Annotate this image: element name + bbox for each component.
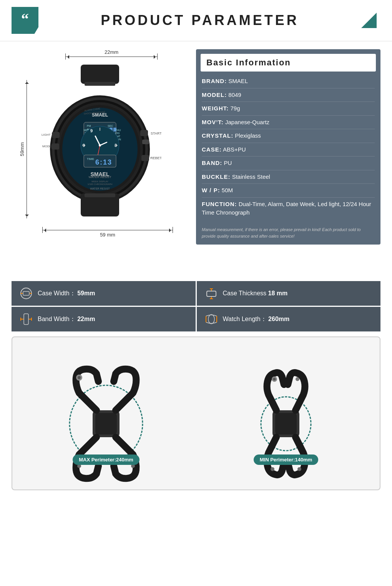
horizontal-line bbox=[65, 57, 158, 57]
case-thickness-cell: Case Thickness 18 mm bbox=[197, 281, 381, 306]
band-width-icon bbox=[19, 312, 33, 326]
min-band-item: MIN Perimeter:140mm bbox=[244, 362, 328, 465]
main-content: 22mm 59mm bbox=[0, 42, 392, 280]
corner-decoration bbox=[361, 13, 377, 28]
band-width-text: Band Width： 22mm bbox=[38, 315, 95, 323]
svg-point-80 bbox=[78, 376, 81, 379]
svg-point-46 bbox=[99, 144, 101, 146]
width-label: 22mm bbox=[105, 49, 118, 55]
svg-rect-7 bbox=[140, 130, 148, 136]
watch-length-cell: Watch Length： 260mm bbox=[197, 307, 381, 331]
svg-text:START: START bbox=[151, 132, 161, 135]
case-thickness-icon bbox=[204, 286, 218, 300]
svg-text:1/100 CHRONOGRAPH: 1/100 CHRONOGRAPH bbox=[88, 183, 113, 185]
case-thickness-text: Case Thickness 18 mm bbox=[223, 290, 288, 297]
info-row-9: FUNCTION: Dual-Time, Alarm, Date Week, L… bbox=[202, 198, 375, 220]
case-width-cell: Case Width： 59mm bbox=[12, 281, 196, 306]
svg-text:MODE: MODE bbox=[42, 145, 51, 148]
max-perimeter-badge: MAX Perimeter:240mm bbox=[73, 454, 140, 465]
svg-text:9: 9 bbox=[83, 143, 85, 148]
watch-illustration: START REBET LIGHT MODE SMAEL PM ALM bbox=[38, 61, 161, 215]
svg-text:WATER RESIST: WATER RESIST bbox=[90, 187, 110, 190]
svg-rect-8 bbox=[142, 140, 149, 144]
svg-rect-0 bbox=[81, 65, 119, 84]
svg-text:TIME: TIME bbox=[87, 157, 94, 161]
band-section: MAX Perimeter:240mm MIN Perimeter:140mm bbox=[12, 336, 380, 490]
info-panel-header: Basic Information bbox=[201, 54, 376, 72]
band-width-cell: Band Width： 22mm bbox=[12, 307, 196, 331]
case-width-label: Case Width： bbox=[38, 290, 76, 296]
quote-icon: “ bbox=[12, 7, 38, 34]
min-perimeter-badge: MIN Perimeter:140mm bbox=[254, 454, 319, 465]
info-row-1: MODEL: 8049 bbox=[202, 88, 375, 102]
svg-rect-68 bbox=[24, 314, 28, 325]
info-row-8: W / P: 50M bbox=[202, 184, 375, 198]
case-width-text: Case Width： 59mm bbox=[38, 290, 95, 298]
max-band-item: MAX Perimeter:240mm bbox=[64, 362, 148, 465]
svg-text:9: 9 bbox=[90, 128, 93, 133]
top-dimension: 22mm bbox=[65, 49, 158, 57]
info-row-0: BRAND: SMAEL bbox=[202, 75, 375, 88]
watch-length-label: Watch Length： bbox=[223, 316, 267, 322]
case-width-icon bbox=[19, 286, 33, 300]
svg-rect-1 bbox=[85, 82, 115, 86]
basic-info-title: Basic Information bbox=[206, 58, 370, 68]
page-title: PRODUCT PARAMETER bbox=[38, 12, 361, 28]
bottom-label: 59 mm bbox=[100, 232, 115, 238]
svg-rect-60 bbox=[23, 291, 29, 295]
info-row-5: CASE: ABS+PU bbox=[202, 143, 375, 157]
svg-text:SMAEL: SMAEL bbox=[91, 171, 110, 177]
svg-rect-9 bbox=[141, 155, 149, 161]
svg-text:3: 3 bbox=[115, 143, 117, 148]
svg-text:PM: PM bbox=[87, 125, 91, 127]
bottom-horizontal-line bbox=[42, 230, 173, 230]
min-band-svg bbox=[244, 362, 328, 485]
info-row-2: WEIGHT: 79g bbox=[202, 102, 375, 116]
left-dimension: 59mm bbox=[19, 80, 27, 218]
max-band-svg bbox=[64, 362, 148, 485]
height-label: 59mm bbox=[19, 142, 25, 156]
watch-length-text: Watch Length： 260mm bbox=[223, 315, 290, 323]
svg-point-73 bbox=[208, 315, 214, 324]
svg-rect-78 bbox=[95, 413, 117, 435]
svg-text:SEC: SEC bbox=[108, 125, 113, 127]
svg-text:FRI: FRI bbox=[115, 132, 120, 135]
svg-text:6:13: 6:13 bbox=[95, 158, 112, 166]
case-thickness-value: 18 mm bbox=[268, 290, 287, 296]
info-row-3: MOV’T: Japanese-Quartz bbox=[202, 116, 375, 130]
watch-diagram: 22mm 59mm bbox=[12, 49, 188, 272]
watch-length-value: 260mm bbox=[268, 316, 289, 322]
svg-point-90 bbox=[297, 467, 301, 471]
info-row-7: BUCKLE: Stainless Steel bbox=[202, 170, 375, 184]
case-width-value: 59mm bbox=[77, 290, 95, 296]
svg-point-88 bbox=[296, 377, 299, 381]
svg-rect-85 bbox=[275, 413, 297, 435]
svg-point-87 bbox=[273, 378, 276, 380]
case-thickness-label: Case Thickness bbox=[223, 290, 267, 296]
info-panel: Basic Information BRAND: SMAELMODEL: 804… bbox=[196, 49, 380, 245]
info-row-6: BAND: PU bbox=[202, 156, 375, 170]
info-row-4: CRYSTAL: Plexiglass bbox=[202, 129, 375, 143]
band-width-label: Band Width： bbox=[38, 316, 76, 322]
svg-text:REBET: REBET bbox=[150, 156, 161, 160]
svg-text:THU: THU bbox=[115, 129, 121, 132]
watch-length-icon bbox=[204, 312, 218, 326]
info-note: Manual measurement, if there is an error… bbox=[196, 223, 380, 245]
page-header: “ PRODUCT PARAMETER bbox=[0, 0, 392, 42]
band-width-value: 22mm bbox=[77, 316, 95, 322]
svg-rect-63 bbox=[207, 291, 216, 296]
bottom-dimension: 59 mm bbox=[42, 230, 173, 238]
dimensions-strip: Case Width： 59mm Case Thickness 18 mm Ba… bbox=[0, 280, 392, 333]
vertical-line bbox=[27, 80, 27, 218]
diagram-wrapper: 22mm 59mm bbox=[19, 49, 181, 261]
svg-text:LIGHT: LIGHT bbox=[42, 133, 51, 137]
svg-text:WEEK DISPLAY: WEEK DISPLAY bbox=[91, 180, 108, 183]
svg-point-89 bbox=[271, 467, 274, 471]
svg-rect-12 bbox=[52, 132, 60, 138]
svg-rect-13 bbox=[51, 143, 59, 150]
svg-rect-55 bbox=[85, 193, 115, 197]
info-rows: BRAND: SMAELMODEL: 8049WEIGHT: 79gMOV’T:… bbox=[196, 72, 380, 223]
